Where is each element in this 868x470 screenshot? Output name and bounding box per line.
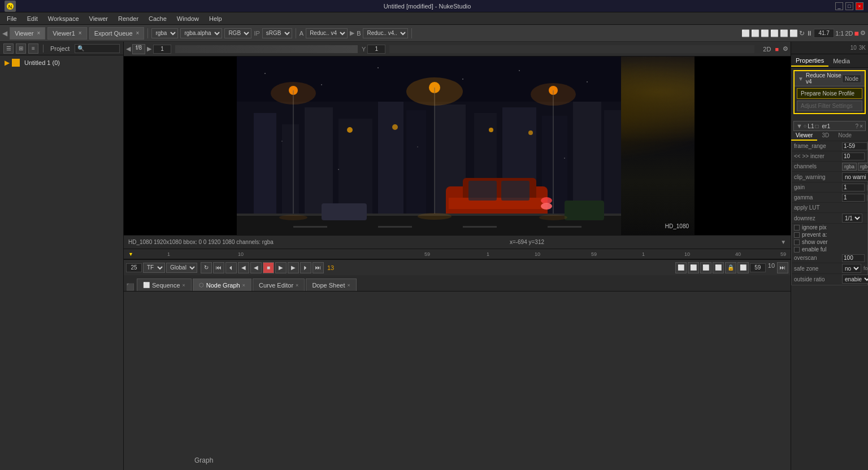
timeline-icon-4[interactable]: ⬜ (713, 262, 724, 273)
menu-cache[interactable]: Cache (144, 14, 171, 23)
timeline-icon-5[interactable]: ⬜ (737, 262, 749, 273)
tab-node-graph[interactable]: ⬡ Node Graph × (193, 278, 251, 291)
vs-close-icon[interactable]: × (860, 123, 863, 129)
tf-select[interactable]: TF (143, 263, 165, 273)
curve-editor-tab-close[interactable]: × (296, 282, 298, 288)
vs-help-icon[interactable]: ? (856, 123, 859, 129)
search-input[interactable] (75, 44, 120, 53)
viewer-subtab-node[interactable]: Node (834, 131, 856, 141)
ignore-pix-checkbox[interactable] (794, 225, 800, 230)
skip-end-btn[interactable]: ⏭ (313, 262, 324, 273)
menu-viewer[interactable]: Viewer (85, 14, 112, 23)
adjust-filter-settings-btn[interactable]: Adjust Filter Settings (797, 101, 862, 111)
prop-downrez-select[interactable]: 1/1 (842, 214, 862, 223)
prop-overscan-input[interactable] (842, 254, 865, 262)
dope-sheet-tab-close[interactable]: × (347, 282, 350, 288)
viewer-expand-icon[interactable]: ▼ (780, 239, 786, 245)
fstop-value[interactable]: f/8 (132, 44, 145, 54)
viewer-icon-3[interactable]: ⬜ (761, 29, 769, 37)
viewer-icon-4[interactable]: ⬜ (770, 29, 779, 37)
vs-circle-icon[interactable]: ○ (804, 123, 806, 129)
close-button[interactable]: × (856, 2, 863, 10)
sequence-tab-close[interactable]: × (183, 282, 185, 288)
tab-export-close[interactable]: × (136, 30, 140, 36)
node-graph-tab-close[interactable]: × (242, 282, 245, 288)
prop-frame-range-input[interactable] (842, 142, 867, 150)
panel-icon-list[interactable]: ☰ (3, 43, 14, 54)
viewer-icon-5[interactable]: ⬜ (780, 29, 788, 37)
viewer-scrubbar[interactable] (175, 45, 358, 53)
prop-clip-warning-select[interactable]: no warni (842, 172, 868, 181)
viewer-icon-6[interactable]: ⬜ (789, 29, 798, 37)
tab-sequence[interactable]: ⬜ Sequence × (137, 278, 192, 291)
timeline-icon-2[interactable]: ⬜ (688, 262, 699, 273)
timeline-icon-3[interactable]: ⬜ (700, 262, 711, 273)
y-scrubbar[interactable] (389, 45, 754, 53)
prop-gamma-input[interactable] (842, 194, 865, 202)
prop-increr-input[interactable] (842, 153, 865, 160)
minimize-button[interactable]: _ (835, 2, 843, 10)
frame-input[interactable] (153, 45, 171, 54)
viewer-mode-2d[interactable]: 2D (845, 30, 853, 37)
node-graph-area[interactable]: Read1 sampleClip.mp... Source duce Noise… (124, 291, 791, 470)
window-controls[interactable]: _ □ × (835, 2, 863, 10)
panel-toggle-icon[interactable]: ⬛ (126, 283, 134, 291)
view-2d-secondary[interactable]: 2D (763, 46, 771, 53)
channel-rgba[interactable]: rgba (842, 163, 857, 171)
tab-viewer-close[interactable]: × (37, 30, 40, 36)
rpanel-tab-media[interactable]: Media (828, 56, 854, 66)
viewer-arrow-left[interactable]: ◀ (2, 29, 7, 37)
tab-export-queue[interactable]: Export Queue × (89, 27, 145, 40)
step-fwd-btn[interactable]: ⏵ (300, 262, 311, 273)
prop-outside-ratio-select[interactable]: enabie (842, 275, 868, 284)
incr-fwd-btn[interactable]: ⏭ (777, 262, 788, 273)
prepare-noise-profile-btn[interactable]: Prepare Noise Profile (797, 88, 862, 99)
viewer-color-icon[interactable]: ■ (854, 29, 859, 38)
menu-render[interactable]: Render (114, 14, 143, 23)
viewer-icon-1[interactable]: ⬜ (741, 29, 750, 37)
color-picker-icon[interactable]: ■ (775, 46, 779, 53)
viewer-subtab-3d[interactable]: 3D (817, 131, 834, 141)
menu-help[interactable]: Help (205, 14, 227, 23)
prev-frame-btn[interactable]: ◀ (238, 262, 249, 273)
maximize-button[interactable]: □ (845, 2, 853, 10)
tab-viewer1[interactable]: Viewer1 × (47, 27, 86, 40)
vs-collapse-icon[interactable]: ▼ (796, 123, 802, 129)
viewer-icon-play[interactable]: ⏸ (806, 29, 813, 37)
rpanel-tab-properties[interactable]: Properties (791, 55, 828, 67)
timeline-icon-1[interactable]: ⬜ (675, 262, 687, 273)
rgba-select[interactable]: rgba (151, 28, 178, 38)
tab-viewer[interactable]: Viewer × (10, 27, 45, 40)
end-frame-input[interactable] (750, 263, 766, 272)
vs-square-icon[interactable]: □ (815, 123, 818, 129)
frame-start-input[interactable] (126, 263, 142, 272)
enable-ful-checkbox[interactable] (794, 247, 800, 253)
viewer-settings-icon[interactable]: ⚙ (860, 29, 866, 37)
panel-icon-detail[interactable]: ≡ (28, 43, 38, 54)
viewer-icon-2[interactable]: ⬜ (751, 29, 760, 37)
viewer-subtab-viewer[interactable]: Viewer (791, 131, 817, 141)
prop-safe-zone-select[interactable]: no (842, 264, 861, 273)
viewer-icon-rotate[interactable]: ↻ (799, 29, 805, 37)
menu-edit[interactable]: Edit (23, 14, 42, 23)
step-back-btn[interactable]: ⏴ (225, 262, 237, 273)
y-input[interactable] (367, 45, 385, 54)
prop-gain-input[interactable] (842, 184, 865, 192)
rev-play-btn[interactable]: ◀ (250, 262, 262, 273)
menu-workspace[interactable]: Workspace (44, 14, 84, 23)
panel-icon-grid[interactable]: ⊞ (16, 43, 26, 54)
tab-dope-sheet[interactable]: Dope Sheet × (306, 278, 356, 291)
skip-start-btn[interactable]: ⏮ (213, 262, 224, 273)
rgb-select[interactable]: RGB (224, 28, 251, 38)
prevent-a-checkbox[interactable] (794, 232, 800, 238)
tab-curve-editor[interactable]: Curve Editor × (253, 278, 305, 291)
fps-input[interactable] (814, 29, 834, 38)
menu-file[interactable]: File (2, 14, 21, 23)
sync-btn[interactable]: ↻ (201, 262, 212, 273)
stop-btn[interactable]: ■ (263, 262, 274, 273)
tree-item-untitled[interactable]: ▶ Untitled 1 (0) (2, 58, 121, 68)
next-frame-btn[interactable]: ▶ (288, 262, 299, 273)
timeline-icon-lock[interactable]: 🔒 (725, 262, 736, 273)
rgba-alpha-select[interactable]: rgba.alpha (180, 28, 222, 38)
b-input-select[interactable]: Reduc.. v4.. (363, 28, 408, 38)
